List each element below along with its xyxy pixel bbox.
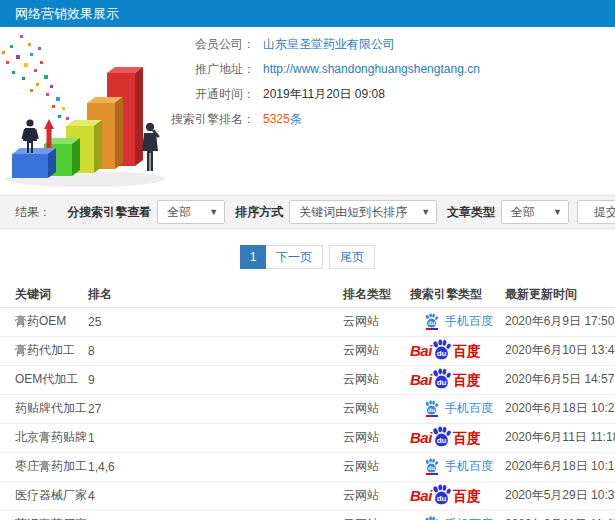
svg-text:du: du <box>436 436 446 445</box>
rank-link[interactable]: 27 <box>88 394 343 423</box>
keyword-cell: 北京膏药贴牌 <box>0 423 88 452</box>
rank-type-cell: 云网站 <box>343 307 410 336</box>
mobile-baidu-label: 手机百度 <box>445 400 493 417</box>
rank-link[interactable]: 1 <box>88 423 343 452</box>
rank-type-cell: 云网站 <box>343 365 410 394</box>
table-row: OEM代加工9云网站 Bai du 百度2020年6月5日 14:57 <box>0 365 615 394</box>
updated-time-cell: 2020年6月10日 13:40 <box>505 336 615 365</box>
mobile-baidu-label: 手机百度 <box>445 458 493 475</box>
article-type-select[interactable]: 全部 ▼ <box>501 200 569 224</box>
bar-chart-illustration <box>0 31 185 191</box>
page: 网络营销效果展示 <box>0 0 615 520</box>
updated-time-cell: 2020年5月29日 10:32 <box>505 481 615 510</box>
table-row: 膏药OEM25云网站 du 手机百度2020年6月9日 17:50 <box>0 307 615 336</box>
svg-text:du: du <box>436 378 446 387</box>
baidu-logo: Bai du 百度 <box>410 426 481 449</box>
mobile-baidu-logo: du 手机百度 <box>424 400 493 417</box>
sort-select[interactable]: 关键词由短到长排序 ▼ <box>289 200 437 224</box>
page-number-current[interactable]: 1 <box>240 245 266 269</box>
column-header: 排名类型 <box>343 282 410 307</box>
chevron-down-icon: ▼ <box>421 207 430 217</box>
rank-link[interactable]: 4 <box>88 481 343 510</box>
rank-link[interactable]: 9 <box>88 365 343 394</box>
engine-filter-label: 分搜索引擎查看 <box>67 204 151 221</box>
chevron-down-icon: ▼ <box>553 207 562 217</box>
filter-controls: 分搜索引擎查看 全部 ▼ 排序方式 关键词由短到长排序 ▼ 文章类型 全部 ▼ … <box>57 200 615 224</box>
baidu-logo-bai-text: Bai <box>410 430 432 445</box>
mobile-baidu-paw: du <box>424 458 439 475</box>
businessman-right-figure <box>142 123 160 171</box>
svg-text:du: du <box>428 407 435 413</box>
baidu-paw-icon: du <box>424 516 439 520</box>
table-row: 膏药代加工8云网站 Bai du 百度2020年6月10日 13:40 <box>0 336 615 365</box>
keyword-cell: 枣庄膏药加工 <box>0 452 88 481</box>
table-row: 药贴牌代加工27云网站 du 手机百度2020年6月18日 10:25 <box>0 394 615 423</box>
svg-text:du: du <box>436 494 446 503</box>
rank-link[interactable]: 25 <box>88 307 343 336</box>
info-field-value[interactable]: http://www.shandonghuangshengtang.cn <box>263 62 480 76</box>
info-field: 搜索引擎排名：5325条 <box>160 112 480 126</box>
table-row: 北京膏药贴牌1云网站 Bai du 百度2020年6月11日 11:18 <box>0 423 615 452</box>
rank-link[interactable]: 1,4,6 <box>88 452 343 481</box>
table-row: 菏泽膏药厂家17云网站 du 手机百度2020年6月11日 11:40 <box>0 510 615 520</box>
results-table-body: 膏药OEM25云网站 du 手机百度2020年6月9日 17:50膏药代加工8云… <box>0 307 615 520</box>
page-header: 网络营销效果展示 <box>0 0 615 27</box>
updated-time-cell: 2020年6月9日 17:50 <box>505 307 615 336</box>
engine-select[interactable]: 全部 ▼ <box>157 200 225 224</box>
baidu-paw-underline <box>426 328 438 330</box>
rank-type-cell: 云网站 <box>343 510 410 520</box>
column-header: 最新更新时间 <box>505 282 615 307</box>
search-engine-cell: du 手机百度 <box>410 307 505 336</box>
search-engine-cell: du 手机百度 <box>410 452 505 481</box>
keyword-cell: OEM代加工 <box>0 365 88 394</box>
baidu-paw-icon: du <box>424 313 439 328</box>
info-fields: 会员公司：山东皇圣堂药业有限公司推广地址：http://www.shandong… <box>160 37 480 137</box>
baidu-paw-underline <box>426 473 438 475</box>
baidu-logo: Bai du 百度 <box>410 339 481 362</box>
info-field-label: 推广地址： <box>160 61 255 78</box>
info-field-label: 搜索引擎排名： <box>160 111 255 128</box>
column-header: 搜索引擎类型 <box>410 282 505 307</box>
search-engine-cell: du 手机百度 <box>410 394 505 423</box>
filter-bar: 结果： 分搜索引擎查看 全部 ▼ 排序方式 关键词由短到长排序 ▼ 文章类型 全… <box>0 195 615 229</box>
sort-filter-label: 排序方式 <box>235 204 283 221</box>
baidu-logo: Bai du 百度 <box>410 368 481 391</box>
updated-time-cell: 2020年6月11日 11:18 <box>505 423 615 452</box>
baidu-paw-underline <box>426 415 438 417</box>
3d-bar-chart-image <box>0 31 185 191</box>
info-field-label: 会员公司： <box>160 36 255 53</box>
info-field-value[interactable]: 山东皇圣堂药业有限公司 <box>263 36 395 53</box>
info-field: 开通时间：2019年11月20日 09:08 <box>160 87 480 101</box>
article-type-filter-label: 文章类型 <box>447 204 495 221</box>
rank-link[interactable]: 17 <box>88 510 343 520</box>
engine-select-value: 全部 <box>167 204 191 221</box>
rank-type-cell: 云网站 <box>343 481 410 510</box>
table-header-row: 关键词排名排名类型搜索引擎类型最新更新时间 <box>0 282 615 307</box>
info-field-label: 开通时间： <box>160 86 255 103</box>
info-field: 推广地址：http://www.shandonghuangshengtang.c… <box>160 62 480 76</box>
updated-time-cell: 2020年6月18日 10:19 <box>505 452 615 481</box>
keyword-cell: 菏泽膏药厂家 <box>0 510 88 520</box>
rank-type-cell: 云网站 <box>343 423 410 452</box>
next-page-button[interactable]: 下一页 <box>266 245 323 269</box>
bar-blue <box>12 148 56 178</box>
updated-time-cell: 2020年6月18日 10:25 <box>505 394 615 423</box>
keyword-cell: 医疗器械厂家 <box>0 481 88 510</box>
rank-link[interactable]: 8 <box>88 336 343 365</box>
pagination: 1 下一页 尾页 <box>0 245 615 269</box>
baidu-logo-bai-text: Bai <box>410 372 432 387</box>
submit-button[interactable]: 提交 <box>577 200 615 224</box>
businessman-left-figure <box>22 119 39 153</box>
baidu-logo-cn-text: 百度 <box>453 431 481 445</box>
info-field-value: 2019年11月20日 09:08 <box>263 86 385 103</box>
ranking-count: 5325 <box>263 112 290 126</box>
baidu-paw-icon: du <box>424 458 439 473</box>
info-section: 会员公司：山东皇圣堂药业有限公司推广地址：http://www.shandong… <box>0 27 615 195</box>
last-page-button[interactable]: 尾页 <box>329 245 375 269</box>
sort-select-value: 关键词由短到长排序 <box>299 204 407 221</box>
updated-time-cell: 2020年6月11日 11:40 <box>505 510 615 520</box>
baidu-paw-icon: du <box>431 426 452 447</box>
svg-text:du: du <box>428 320 435 326</box>
baidu-logo-cn-text: 百度 <box>453 373 481 387</box>
search-engine-cell: Bai du 百度 <box>410 481 505 510</box>
